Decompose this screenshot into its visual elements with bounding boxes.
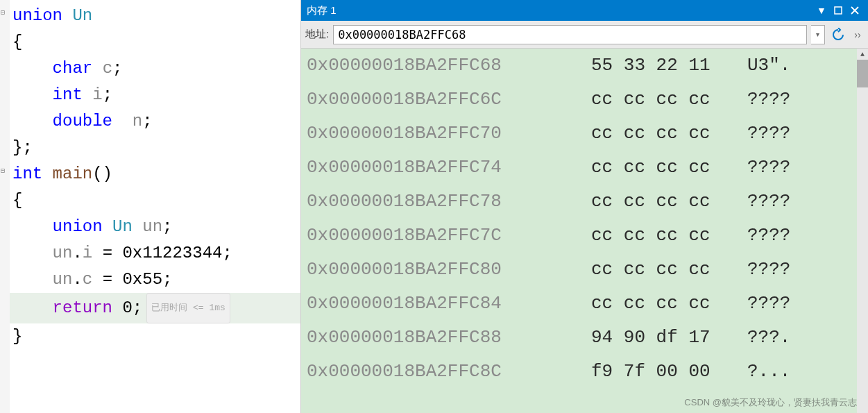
code-token: un bbox=[53, 270, 73, 289]
code-line[interactable]: char c; bbox=[10, 56, 300, 82]
code-line[interactable]: un.c = 0x55; bbox=[10, 267, 300, 293]
memory-ascii: ???? bbox=[747, 253, 790, 287]
code-token: { bbox=[12, 33, 22, 51]
memory-ascii: ???. bbox=[747, 321, 790, 355]
code-token: = 0x55; bbox=[92, 270, 172, 289]
code-line[interactable]: double n; bbox=[10, 108, 300, 135]
code-token: i bbox=[83, 244, 92, 262]
memory-address: 0x00000018BA2FFC8C bbox=[307, 355, 591, 389]
code-line[interactable]: union Un bbox=[10, 3, 300, 29]
scroll-up-icon[interactable]: ▲ bbox=[857, 49, 868, 60]
address-dropdown-icon[interactable]: ▾ bbox=[811, 25, 825, 44]
memory-hex: cc cc cc cc bbox=[591, 185, 747, 219]
memory-hex: 55 33 22 11 bbox=[591, 49, 747, 83]
memory-row[interactable]: 0x00000018BA2FFC8Cf9 7f 00 00?... bbox=[301, 355, 868, 389]
memory-address: 0x00000018BA2FFC70 bbox=[307, 117, 591, 151]
memory-row[interactable]: 0x00000018BA2FFC6Ccc cc cc cc???? bbox=[301, 83, 868, 117]
code-line[interactable]: { bbox=[10, 187, 300, 214]
memory-toolbar: 地址: ▾ ›› bbox=[301, 21, 868, 49]
code-token bbox=[12, 298, 53, 317]
code-token: ; bbox=[162, 217, 172, 236]
memory-ascii: ???? bbox=[747, 185, 790, 219]
code-token: } bbox=[12, 327, 22, 346]
code-token bbox=[12, 217, 53, 236]
svg-rect-0 bbox=[835, 7, 842, 14]
code-token: . bbox=[72, 270, 82, 289]
memory-address: 0x00000018BA2FFC80 bbox=[307, 253, 591, 287]
code-token: main bbox=[53, 165, 93, 183]
code-token: ; bbox=[112, 59, 122, 78]
memory-hex: f9 7f 00 00 bbox=[591, 355, 747, 389]
memory-ascii: ???? bbox=[747, 117, 790, 151]
code-token: ; bbox=[142, 112, 152, 130]
memory-address: 0x00000018BA2FFC7C bbox=[307, 219, 591, 253]
address-input[interactable] bbox=[333, 25, 807, 44]
code-token: union bbox=[12, 6, 72, 25]
memory-hex: cc cc cc cc bbox=[591, 219, 747, 253]
memory-title: 内存 1 bbox=[307, 4, 812, 17]
code-token: int bbox=[53, 85, 93, 104]
code-token: . bbox=[72, 244, 82, 262]
code-gutter: ⊟⊟ bbox=[0, 0, 10, 413]
code-token: = 0x11223344; bbox=[92, 244, 232, 262]
refresh-icon[interactable] bbox=[829, 26, 847, 44]
memory-row[interactable]: 0x00000018BA2FFC8894 90 df 17???. bbox=[301, 321, 868, 355]
code-token: }; bbox=[12, 138, 33, 157]
code-editor-pane[interactable]: ⊟⊟ union Un{ char c; int i; double n;};i… bbox=[0, 0, 301, 413]
fold-icon[interactable]: ⊟ bbox=[1, 167, 5, 175]
code-token: union bbox=[53, 217, 112, 236]
code-token: char bbox=[53, 59, 103, 78]
code-token bbox=[12, 85, 53, 104]
memory-address: 0x00000018BA2FFC68 bbox=[307, 49, 591, 83]
memory-row[interactable]: 0x00000018BA2FFC78cc cc cc cc???? bbox=[301, 185, 868, 219]
code-token bbox=[12, 244, 53, 262]
memory-hex: cc cc cc cc bbox=[591, 151, 747, 185]
code-token: c bbox=[103, 59, 112, 78]
code-line[interactable]: union Un un; bbox=[10, 214, 300, 240]
memory-ascii: ???? bbox=[747, 219, 790, 253]
memory-body[interactable]: 0x00000018BA2FFC6855 33 22 11U3".0x00000… bbox=[301, 49, 868, 413]
memory-window: 内存 1 ▼ 地址: ▾ ›› 0x00000018BA2FFC6855 33 … bbox=[301, 0, 868, 413]
code-line[interactable]: int main() bbox=[10, 161, 300, 187]
code-line[interactable]: int i; bbox=[10, 82, 300, 108]
memory-row[interactable]: 0x00000018BA2FFC7Ccc cc cc cc???? bbox=[301, 219, 868, 253]
memory-titlebar[interactable]: 内存 1 ▼ bbox=[301, 0, 868, 21]
memory-address: 0x00000018BA2FFC6C bbox=[307, 83, 591, 117]
memory-address: 0x00000018BA2FFC78 bbox=[307, 185, 591, 219]
memory-hex: cc cc cc cc bbox=[591, 253, 747, 287]
code-token: Un bbox=[112, 217, 142, 236]
memory-hex: cc cc cc cc bbox=[591, 83, 747, 117]
code-token: Un bbox=[72, 6, 92, 25]
code-token: un bbox=[53, 244, 73, 262]
code-token: i bbox=[92, 85, 102, 104]
memory-ascii: ?... bbox=[747, 355, 790, 389]
code-token: return bbox=[53, 298, 123, 317]
memory-row[interactable]: 0x00000018BA2FFC74cc cc cc cc???? bbox=[301, 151, 868, 185]
close-icon[interactable] bbox=[847, 3, 862, 18]
vertical-scrollbar[interactable]: ▲ bbox=[857, 49, 868, 413]
memory-address: 0x00000018BA2FFC88 bbox=[307, 321, 591, 355]
memory-ascii: U3". bbox=[747, 49, 790, 83]
memory-row[interactable]: 0x00000018BA2FFC70cc cc cc cc???? bbox=[301, 117, 868, 151]
code-line[interactable]: }; bbox=[10, 135, 300, 161]
code-line[interactable]: } bbox=[10, 323, 300, 350]
scrollbar-thumb[interactable] bbox=[857, 60, 868, 87]
code-token bbox=[12, 270, 53, 289]
memory-hex: cc cc cc cc bbox=[591, 117, 747, 151]
code-token: ; bbox=[103, 85, 112, 104]
perf-hint: 已用时间 <= 1ms bbox=[146, 293, 230, 323]
code-token bbox=[12, 112, 53, 130]
code-line[interactable]: un.i = 0x11223344; bbox=[10, 240, 300, 267]
memory-ascii: ???? bbox=[747, 287, 790, 321]
fold-icon[interactable]: ⊟ bbox=[1, 8, 5, 17]
code-line[interactable]: return 0;已用时间 <= 1ms bbox=[10, 293, 300, 323]
maximize-icon[interactable] bbox=[831, 3, 846, 18]
memory-row[interactable]: 0x00000018BA2FFC6855 33 22 11U3". bbox=[301, 49, 868, 83]
memory-ascii: ???? bbox=[747, 83, 790, 117]
overflow-icon[interactable]: ›› bbox=[851, 29, 864, 40]
memory-row[interactable]: 0x00000018BA2FFC80cc cc cc cc???? bbox=[301, 253, 868, 287]
memory-row[interactable]: 0x00000018BA2FFC84cc cc cc cc???? bbox=[301, 287, 868, 321]
window-dropdown-icon[interactable]: ▼ bbox=[814, 3, 829, 18]
code-token: double bbox=[53, 112, 133, 130]
code-line[interactable]: { bbox=[10, 29, 300, 56]
